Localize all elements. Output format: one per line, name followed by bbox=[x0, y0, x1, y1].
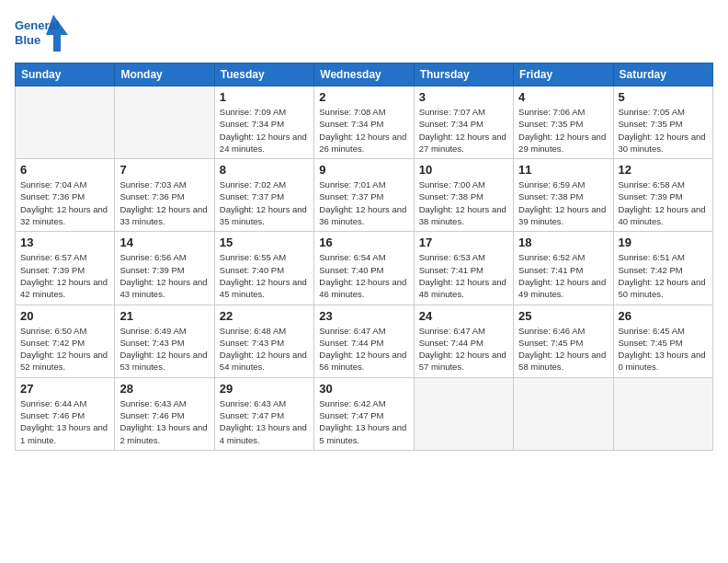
day-number: 11 bbox=[518, 163, 608, 177]
calendar-day-cell bbox=[514, 377, 613, 450]
calendar-day-cell: 2Sunrise: 7:08 AM Sunset: 7:34 PM Daylig… bbox=[314, 86, 414, 159]
day-number: 28 bbox=[119, 382, 209, 396]
calendar-day-cell: 22Sunrise: 6:48 AM Sunset: 7:43 PM Dayli… bbox=[214, 304, 313, 377]
day-number: 6 bbox=[20, 163, 109, 177]
day-number: 30 bbox=[319, 382, 408, 396]
day-number: 13 bbox=[20, 236, 109, 249]
day-header-tuesday: Tuesday bbox=[214, 63, 313, 86]
day-number: 12 bbox=[619, 163, 708, 177]
svg-text:Blue: Blue bbox=[15, 33, 40, 47]
calendar-header-row: SundayMondayTuesdayWednesdayThursdayFrid… bbox=[16, 63, 713, 86]
calendar-day-cell: 9Sunrise: 7:01 AM Sunset: 7:37 PM Daylig… bbox=[314, 159, 414, 232]
day-number: 29 bbox=[220, 382, 309, 396]
calendar-week-row: 20Sunrise: 6:50 AM Sunset: 7:42 PM Dayli… bbox=[16, 304, 713, 377]
calendar-day-cell: 26Sunrise: 6:45 AM Sunset: 7:45 PM Dayli… bbox=[613, 304, 712, 377]
calendar-day-cell: 7Sunrise: 7:03 AM Sunset: 7:36 PM Daylig… bbox=[115, 159, 214, 232]
calendar-day-cell: 18Sunrise: 6:52 AM Sunset: 7:41 PM Dayli… bbox=[514, 232, 613, 304]
calendar-day-cell: 1Sunrise: 7:09 AM Sunset: 7:34 PM Daylig… bbox=[214, 86, 313, 159]
calendar-day-cell: 15Sunrise: 6:55 AM Sunset: 7:40 PM Dayli… bbox=[214, 232, 313, 304]
day-info: Sunrise: 6:49 AM Sunset: 7:43 PM Dayligh… bbox=[119, 325, 209, 373]
calendar-week-row: 1Sunrise: 7:09 AM Sunset: 7:34 PM Daylig… bbox=[16, 86, 713, 159]
svg-text:General: General bbox=[15, 18, 59, 32]
calendar-day-cell: 14Sunrise: 6:56 AM Sunset: 7:39 PM Dayli… bbox=[115, 232, 214, 304]
calendar-day-cell: 4Sunrise: 7:06 AM Sunset: 7:35 PM Daylig… bbox=[514, 86, 613, 159]
calendar-day-cell: 11Sunrise: 6:59 AM Sunset: 7:38 PM Dayli… bbox=[514, 159, 613, 232]
day-info: Sunrise: 6:44 AM Sunset: 7:46 PM Dayligh… bbox=[20, 397, 109, 446]
day-header-saturday: Saturday bbox=[613, 63, 712, 86]
day-info: Sunrise: 7:03 AM Sunset: 7:36 PM Dayligh… bbox=[119, 178, 209, 227]
calendar-day-cell: 13Sunrise: 6:57 AM Sunset: 7:39 PM Dayli… bbox=[16, 232, 115, 304]
day-info: Sunrise: 6:58 AM Sunset: 7:39 PM Dayligh… bbox=[619, 178, 708, 227]
day-info: Sunrise: 6:53 AM Sunset: 7:41 PM Dayligh… bbox=[419, 251, 508, 300]
day-info: Sunrise: 6:50 AM Sunset: 7:42 PM Dayligh… bbox=[20, 325, 109, 373]
calendar-day-cell: 25Sunrise: 6:46 AM Sunset: 7:45 PM Dayli… bbox=[514, 304, 613, 377]
calendar-day-cell: 6Sunrise: 7:04 AM Sunset: 7:36 PM Daylig… bbox=[16, 159, 115, 232]
calendar-day-cell: 30Sunrise: 6:42 AM Sunset: 7:47 PM Dayli… bbox=[314, 377, 414, 450]
calendar-day-cell: 5Sunrise: 7:05 AM Sunset: 7:35 PM Daylig… bbox=[613, 86, 712, 159]
calendar-week-row: 13Sunrise: 6:57 AM Sunset: 7:39 PM Dayli… bbox=[16, 232, 713, 304]
day-info: Sunrise: 6:42 AM Sunset: 7:47 PM Dayligh… bbox=[319, 397, 408, 446]
calendar-day-cell: 17Sunrise: 6:53 AM Sunset: 7:41 PM Dayli… bbox=[414, 232, 513, 304]
day-number: 17 bbox=[419, 236, 508, 249]
day-number: 22 bbox=[220, 309, 309, 323]
day-header-thursday: Thursday bbox=[414, 63, 513, 86]
day-number: 23 bbox=[319, 309, 408, 323]
calendar-day-cell: 29Sunrise: 6:43 AM Sunset: 7:47 PM Dayli… bbox=[214, 377, 313, 450]
day-number: 4 bbox=[518, 90, 608, 104]
day-number: 8 bbox=[220, 163, 309, 177]
day-info: Sunrise: 6:43 AM Sunset: 7:47 PM Dayligh… bbox=[220, 397, 309, 446]
day-info: Sunrise: 7:00 AM Sunset: 7:38 PM Dayligh… bbox=[419, 178, 508, 227]
day-info: Sunrise: 6:43 AM Sunset: 7:46 PM Dayligh… bbox=[119, 397, 209, 446]
day-info: Sunrise: 7:01 AM Sunset: 7:37 PM Dayligh… bbox=[319, 178, 408, 227]
day-info: Sunrise: 7:04 AM Sunset: 7:36 PM Dayligh… bbox=[20, 178, 109, 227]
logo-icon: GeneralBlue bbox=[15, 15, 70, 52]
calendar-day-cell: 28Sunrise: 6:43 AM Sunset: 7:46 PM Dayli… bbox=[115, 377, 214, 450]
day-info: Sunrise: 7:08 AM Sunset: 7:34 PM Dayligh… bbox=[319, 106, 408, 155]
day-info: Sunrise: 6:47 AM Sunset: 7:44 PM Dayligh… bbox=[419, 325, 508, 373]
day-info: Sunrise: 6:46 AM Sunset: 7:45 PM Dayligh… bbox=[518, 325, 608, 373]
day-number: 3 bbox=[419, 90, 508, 104]
day-info: Sunrise: 6:57 AM Sunset: 7:39 PM Dayligh… bbox=[20, 251, 109, 300]
logo: GeneralBlue bbox=[15, 15, 70, 52]
day-number: 5 bbox=[619, 90, 708, 104]
day-number: 15 bbox=[220, 236, 309, 249]
calendar-day-cell bbox=[115, 86, 214, 159]
day-header-sunday: Sunday bbox=[16, 63, 115, 86]
day-info: Sunrise: 6:47 AM Sunset: 7:44 PM Dayligh… bbox=[319, 325, 408, 373]
day-number: 24 bbox=[419, 309, 508, 323]
day-info: Sunrise: 6:52 AM Sunset: 7:41 PM Dayligh… bbox=[518, 251, 608, 300]
day-info: Sunrise: 6:45 AM Sunset: 7:45 PM Dayligh… bbox=[619, 325, 708, 373]
day-number: 16 bbox=[319, 236, 408, 249]
calendar-day-cell: 24Sunrise: 6:47 AM Sunset: 7:44 PM Dayli… bbox=[414, 304, 513, 377]
day-number: 27 bbox=[20, 382, 109, 396]
day-info: Sunrise: 6:55 AM Sunset: 7:40 PM Dayligh… bbox=[220, 251, 309, 300]
calendar-day-cell bbox=[613, 377, 712, 450]
calendar-day-cell: 10Sunrise: 7:00 AM Sunset: 7:38 PM Dayli… bbox=[414, 159, 513, 232]
calendar-day-cell: 20Sunrise: 6:50 AM Sunset: 7:42 PM Dayli… bbox=[16, 304, 115, 377]
day-number: 19 bbox=[619, 236, 708, 249]
calendar-day-cell: 21Sunrise: 6:49 AM Sunset: 7:43 PM Dayli… bbox=[115, 304, 214, 377]
day-number: 1 bbox=[220, 90, 309, 104]
day-number: 21 bbox=[119, 309, 209, 323]
day-number: 2 bbox=[319, 90, 408, 104]
day-info: Sunrise: 7:06 AM Sunset: 7:35 PM Dayligh… bbox=[518, 106, 608, 155]
day-number: 20 bbox=[20, 309, 109, 323]
day-info: Sunrise: 7:05 AM Sunset: 7:35 PM Dayligh… bbox=[619, 106, 708, 155]
calendar-day-cell: 27Sunrise: 6:44 AM Sunset: 7:46 PM Dayli… bbox=[16, 377, 115, 450]
calendar-day-cell: 16Sunrise: 6:54 AM Sunset: 7:40 PM Dayli… bbox=[314, 232, 414, 304]
day-number: 25 bbox=[518, 309, 608, 323]
calendar-day-cell bbox=[16, 86, 115, 159]
calendar-day-cell: 8Sunrise: 7:02 AM Sunset: 7:37 PM Daylig… bbox=[214, 159, 313, 232]
day-number: 14 bbox=[119, 236, 209, 249]
day-info: Sunrise: 7:09 AM Sunset: 7:34 PM Dayligh… bbox=[220, 106, 309, 155]
day-number: 26 bbox=[619, 309, 708, 323]
day-header-monday: Monday bbox=[115, 63, 214, 86]
day-number: 9 bbox=[319, 163, 408, 177]
calendar-week-row: 27Sunrise: 6:44 AM Sunset: 7:46 PM Dayli… bbox=[16, 377, 713, 450]
calendar-day-cell: 12Sunrise: 6:58 AM Sunset: 7:39 PM Dayli… bbox=[613, 159, 712, 232]
day-number: 10 bbox=[419, 163, 508, 177]
day-header-friday: Friday bbox=[514, 63, 613, 86]
day-header-wednesday: Wednesday bbox=[314, 63, 414, 86]
day-info: Sunrise: 6:48 AM Sunset: 7:43 PM Dayligh… bbox=[220, 325, 309, 373]
day-number: 18 bbox=[518, 236, 608, 249]
